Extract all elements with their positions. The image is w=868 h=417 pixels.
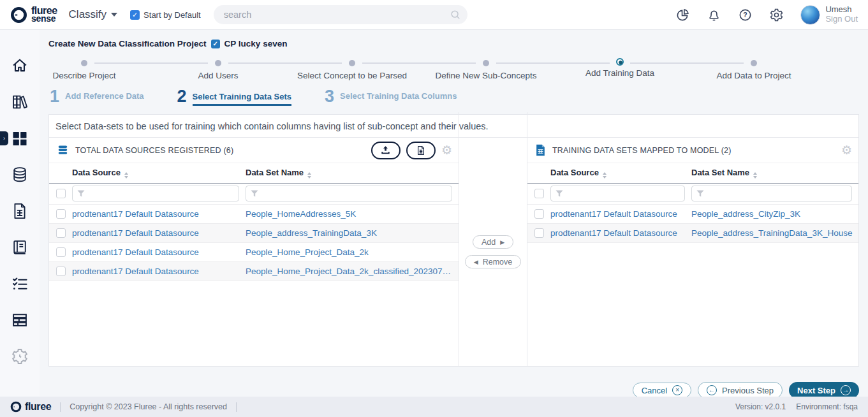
page: fluree sense Classify ✓ Start by Default bbox=[0, 0, 868, 417]
arrow-left-icon: ◀ bbox=[474, 259, 478, 265]
step-dot bbox=[215, 60, 221, 66]
row-checkbox[interactable] bbox=[56, 228, 66, 238]
data-set-link[interactable]: People_address_TrainingData_3K bbox=[246, 228, 459, 238]
data-set-link[interactable]: People_address_CityZip_3K bbox=[691, 209, 858, 219]
sort-icon bbox=[753, 172, 757, 179]
help-icon[interactable]: ? bbox=[738, 8, 753, 22]
wizard-title-row: Create New Data Classification Project ✓… bbox=[48, 39, 859, 48]
filter-input[interactable] bbox=[707, 186, 851, 201]
mapped-data-sets-panel: TRAINING DATA SETS MAPPED TO MODEL (2) ⚙… bbox=[527, 138, 858, 366]
tab-select-training-data-sets[interactable]: 2 Select Training Data Sets bbox=[177, 87, 291, 106]
library-books-icon[interactable] bbox=[11, 93, 29, 111]
notifications-bell-icon[interactable] bbox=[707, 8, 721, 22]
datasets-rows-icon[interactable] bbox=[11, 311, 29, 329]
data-source-link[interactable]: prodtenant17 Default Datasource bbox=[550, 228, 691, 238]
column-header-data-set-name[interactable]: Data Set Name bbox=[246, 163, 459, 183]
add-button[interactable]: Add▶ bbox=[473, 235, 513, 249]
data-set-link[interactable]: People_address_TrainingData_3K_House bbox=[691, 228, 858, 238]
tab-add-reference-data[interactable]: 1 Add Reference Data bbox=[50, 87, 144, 106]
filter-data-set-name[interactable] bbox=[246, 186, 452, 201]
source-panel-settings-gear-icon[interactable]: ⚙ bbox=[441, 144, 452, 156]
data-set-link[interactable]: People_Home_Project_Data_2k bbox=[246, 247, 459, 257]
step-describe-project[interactable]: Describe Project bbox=[17, 57, 151, 80]
substep-tabs: 1 Add Reference Data 2 Select Training D… bbox=[50, 87, 859, 106]
step-add-data-to-project[interactable]: Add Data to Project bbox=[687, 57, 821, 80]
modules-grid-icon[interactable]: › bbox=[11, 129, 29, 147]
filter-input[interactable] bbox=[87, 186, 239, 201]
module-selector-dropdown[interactable]: Classify bbox=[69, 8, 118, 21]
filter-data-source[interactable] bbox=[550, 186, 685, 201]
environment-text: Environment: fsqa bbox=[796, 402, 858, 411]
data-source-link[interactable]: prodtenant17 Default Datasource bbox=[72, 267, 246, 276]
data-set-link[interactable]: People_Home_Project_Data_2k_classified_2… bbox=[246, 267, 459, 276]
sort-icon bbox=[124, 172, 128, 179]
data-source-link[interactable]: prodtenant17 Default Datasource bbox=[72, 228, 246, 238]
step-add-users[interactable]: Add Users bbox=[151, 57, 285, 80]
row-checkbox[interactable] bbox=[56, 247, 66, 257]
search-input[interactable] bbox=[214, 5, 467, 24]
row-checkbox[interactable] bbox=[534, 228, 544, 238]
remove-button[interactable]: ◀Remove bbox=[465, 255, 521, 268]
transfer-controls: Add▶ ◀Remove bbox=[459, 112, 527, 366]
filter-data-set-name[interactable] bbox=[691, 186, 852, 201]
catalog-book-icon[interactable] bbox=[11, 238, 29, 256]
data-file-icon[interactable] bbox=[11, 202, 29, 220]
brand-text: fluree sense bbox=[31, 6, 57, 22]
database-icon[interactable] bbox=[11, 166, 29, 184]
table-row[interactable]: prodtenant17 Default Datasource People_a… bbox=[49, 223, 459, 242]
table-row[interactable]: prodtenant17 Default Datasource People_a… bbox=[527, 204, 858, 223]
data-source-link[interactable]: prodtenant17 Default Datasource bbox=[550, 209, 691, 219]
start-by-default-checkbox[interactable]: ✓ bbox=[130, 10, 140, 20]
data-sources-table: Data Source Data Set Name prodtenant17 D bbox=[49, 163, 459, 281]
data-set-link[interactable]: People_HomeAddresses_5K bbox=[246, 209, 459, 219]
column-header-data-set-name[interactable]: Data Set Name bbox=[691, 163, 858, 183]
step-add-training-data[interactable]: Add Training Data bbox=[553, 57, 687, 80]
step-select-concept[interactable]: Select Concept to be Parsed bbox=[285, 57, 419, 80]
module-selector-label: Classify bbox=[69, 8, 107, 21]
fluree-logo-icon bbox=[10, 6, 27, 24]
upload-button[interactable] bbox=[371, 142, 401, 159]
column-header-data-source[interactable]: Data Source bbox=[72, 163, 246, 183]
tab-select-training-data-columns[interactable]: 3 Select Training Data Columns bbox=[325, 87, 457, 106]
footer: fluree Copyright © 2023 Fluree - All rig… bbox=[0, 397, 868, 417]
sort-icon bbox=[603, 172, 607, 179]
select-all-checkbox[interactable] bbox=[56, 189, 66, 198]
filter-input[interactable] bbox=[261, 186, 452, 201]
row-checkbox[interactable] bbox=[534, 209, 544, 219]
select-all-checkbox[interactable] bbox=[534, 189, 544, 198]
row-checkbox[interactable] bbox=[56, 209, 66, 219]
user-menu[interactable]: Umesh Sign Out bbox=[800, 5, 858, 25]
copyright-text: Copyright © 2023 Fluree - All rights res… bbox=[70, 402, 227, 411]
data-sources-panel: TOTAL DATA SOURCES REGISTERED (6) ⚙ bbox=[49, 138, 459, 366]
cancel-button[interactable]: Cancel× bbox=[633, 383, 691, 398]
table-row[interactable]: prodtenant17 Default Datasource People_H… bbox=[49, 204, 459, 223]
table-row[interactable]: prodtenant17 Default Datasource People_a… bbox=[527, 223, 858, 242]
row-checkbox[interactable] bbox=[56, 267, 66, 276]
search-icon bbox=[450, 9, 461, 20]
data-file-button[interactable] bbox=[406, 142, 436, 159]
user-name: Umesh bbox=[825, 5, 858, 15]
close-icon: × bbox=[672, 385, 682, 395]
mapped-panel-settings-gear-icon[interactable]: ⚙ bbox=[841, 144, 852, 156]
table-row[interactable]: prodtenant17 Default Datasource People_H… bbox=[49, 261, 459, 281]
data-source-link[interactable]: prodtenant17 Default Datasource bbox=[72, 209, 246, 219]
mapped-data-sets-table: Data Source Data Set Name prodtenant17 D bbox=[527, 163, 858, 243]
settings-history-gear-icon[interactable] bbox=[11, 348, 29, 365]
training-data-card: Select Data-sets to be used for training… bbox=[48, 114, 859, 367]
insights-pie-icon[interactable] bbox=[675, 8, 690, 22]
main-content: Create New Data Classification Project ✓… bbox=[40, 30, 868, 397]
wizard-stepper: Describe Project Add Users Select Concep… bbox=[17, 57, 821, 80]
data-source-link[interactable]: prodtenant17 Default Datasource bbox=[72, 247, 246, 257]
step-define-subconcepts[interactable]: Define New Sub-Concepts bbox=[419, 57, 553, 80]
filter-input[interactable] bbox=[566, 186, 684, 201]
table-row[interactable]: prodtenant17 Default Datasource People_H… bbox=[49, 242, 459, 261]
arrow-right-icon: ▶ bbox=[500, 239, 504, 245]
column-header-data-source[interactable]: Data Source bbox=[550, 163, 691, 183]
fluree-sense-logo[interactable]: fluree sense bbox=[10, 6, 57, 24]
filter-data-source[interactable] bbox=[72, 186, 239, 201]
avatar bbox=[800, 5, 820, 25]
settings-gear-icon[interactable] bbox=[769, 8, 784, 22]
footer-fluree-logo: fluree bbox=[10, 401, 51, 413]
tasks-checklist-icon[interactable] bbox=[11, 275, 29, 293]
sign-out-link[interactable]: Sign Out bbox=[825, 15, 858, 24]
